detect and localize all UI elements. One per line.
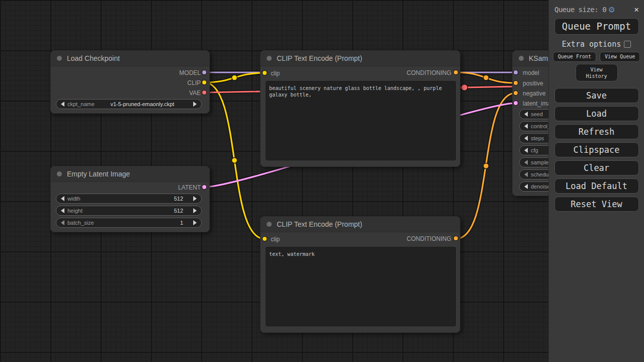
- node-title-bar[interactable]: CLIP Text Encode (Prompt): [261, 217, 460, 232]
- collapse-dot-icon[interactable]: [57, 56, 62, 61]
- widget-label: denoise: [531, 184, 550, 190]
- node-load-checkpoint[interactable]: Load Checkpoint MODEL CLIP VAE ckpt_name…: [50, 50, 210, 114]
- output-label-clip: CLIP: [187, 79, 201, 86]
- widget-value: 512: [174, 196, 183, 202]
- settings-gear-icon[interactable]: ⚙: [609, 5, 614, 14]
- prev-value-arrow-icon[interactable]: [524, 184, 528, 189]
- widget-label: steps: [531, 135, 544, 141]
- next-value-arrow-icon[interactable]: [193, 208, 197, 213]
- load-default-button[interactable]: Load Default: [554, 178, 639, 194]
- widget-label: seed: [531, 111, 543, 117]
- prev-value-arrow-icon[interactable]: [524, 136, 528, 141]
- next-value-arrow-icon[interactable]: [193, 220, 197, 225]
- widget-value: v1-5-pruned-emaonly.ckpt: [95, 101, 190, 107]
- reset-view-button[interactable]: Reset View: [554, 197, 639, 212]
- prev-value-arrow-icon[interactable]: [524, 124, 528, 129]
- load-button[interactable]: Load: [554, 106, 639, 121]
- wire-midpoint-dot: [484, 163, 489, 169]
- collapse-dot-icon[interactable]: [267, 56, 272, 61]
- wire-midpoint-dot: [232, 158, 237, 163]
- node-title: Load Checkpoint: [67, 54, 120, 62]
- queue-prompt-button[interactable]: Queue Prompt: [554, 18, 639, 35]
- widget-label: width: [67, 196, 80, 202]
- prev-value-arrow-icon[interactable]: [524, 148, 528, 153]
- queue-front-button[interactable]: Queue Front: [553, 52, 596, 62]
- node-title: CLIP Text Encode (Prompt): [277, 220, 362, 228]
- wire-positive-conditioning: [456, 72, 516, 83]
- node-title-bar[interactable]: Empty Latent Image: [51, 166, 209, 182]
- widget-label: cfg: [531, 147, 538, 153]
- save-button[interactable]: Save: [554, 88, 639, 103]
- input-label-model: model: [523, 69, 539, 76]
- prev-value-arrow-icon[interactable]: [61, 208, 64, 213]
- collapse-dot-icon[interactable]: [267, 222, 272, 227]
- node-title: Empty Latent Image: [67, 170, 130, 178]
- wire-clip-positive: [204, 73, 265, 82]
- refresh-button[interactable]: Refresh: [554, 124, 639, 139]
- node-empty-latent-image[interactable]: Empty Latent Image LATENT width 512 heig…: [50, 166, 210, 232]
- output-label-model: MODEL: [179, 69, 201, 76]
- ckpt-name-widget[interactable]: ckpt_name v1-5-pruned-emaonly.ckpt: [56, 99, 202, 109]
- node-graph-canvas[interactable]: Load Checkpoint MODEL CLIP VAE ckpt_name…: [0, 0, 644, 362]
- output-label-vae: VAE: [189, 89, 201, 97]
- prev-value-arrow-icon[interactable]: [61, 196, 64, 201]
- widget-label: batch_size: [67, 220, 94, 226]
- output-label-latent: LATENT: [178, 184, 201, 191]
- node-clip-text-encode-negative[interactable]: CLIP Text Encode (Prompt) clip CONDITION…: [260, 216, 460, 333]
- queue-size-label: Queue size: 0: [554, 6, 606, 14]
- clear-button[interactable]: Clear: [554, 160, 639, 175]
- widget-label: height: [67, 208, 83, 214]
- collapse-dot-icon[interactable]: [57, 171, 62, 176]
- wire-midpoint-dot: [484, 75, 489, 80]
- view-queue-button[interactable]: View Queue: [600, 52, 640, 62]
- wire-midpoint-dot: [461, 84, 468, 91]
- positive-prompt-textarea[interactable]: beautiful scenery nature glass bottle la…: [266, 81, 456, 160]
- next-value-arrow-icon[interactable]: [193, 196, 197, 201]
- prev-value-arrow-icon[interactable]: [61, 102, 64, 107]
- widget-value: 1: [180, 220, 183, 226]
- width-widget[interactable]: width 512: [56, 194, 202, 204]
- negative-prompt-textarea[interactable]: text, watermark: [266, 247, 456, 326]
- widget-label: ckpt_name: [67, 101, 95, 107]
- node-clip-text-encode-positive[interactable]: CLIP Text Encode (Prompt) clip CONDITION…: [260, 50, 460, 167]
- wire-negative-conditioning: [456, 93, 516, 239]
- clipspace-button[interactable]: Clipspace: [554, 142, 639, 157]
- output-label-conditioning: CONDITIONING: [407, 69, 451, 76]
- batch-size-widget[interactable]: batch_size 1: [56, 218, 202, 228]
- next-value-arrow-icon[interactable]: [193, 102, 197, 107]
- prev-value-arrow-icon[interactable]: [524, 160, 528, 165]
- wire-clip-negative: [204, 82, 265, 239]
- prev-value-arrow-icon[interactable]: [524, 172, 528, 177]
- prev-value-arrow-icon[interactable]: [61, 220, 64, 225]
- node-title-bar[interactable]: CLIP Text Encode (Prompt): [261, 51, 460, 66]
- comfy-menu-panel: Queue size: 0 ⚙ ✕ Queue Prompt Extra opt…: [548, 0, 644, 362]
- node-title-bar[interactable]: Load Checkpoint: [51, 51, 209, 66]
- prev-value-arrow-icon[interactable]: [524, 112, 528, 117]
- output-label-conditioning: CONDITIONING: [407, 235, 451, 242]
- wire-midpoint-dot: [232, 75, 237, 80]
- widget-value: 512: [174, 208, 183, 214]
- collapse-dot-icon[interactable]: [519, 56, 524, 61]
- close-icon[interactable]: ✕: [634, 5, 639, 14]
- extra-options-label: Extra options: [562, 40, 621, 49]
- extra-options-checkbox[interactable]: [624, 41, 631, 48]
- input-label-negative: negative: [523, 90, 545, 97]
- node-title: CLIP Text Encode (Prompt): [277, 54, 362, 62]
- input-label-positive: positive: [523, 80, 543, 87]
- height-widget[interactable]: height 512: [56, 206, 202, 216]
- view-history-button[interactable]: View History: [576, 64, 618, 81]
